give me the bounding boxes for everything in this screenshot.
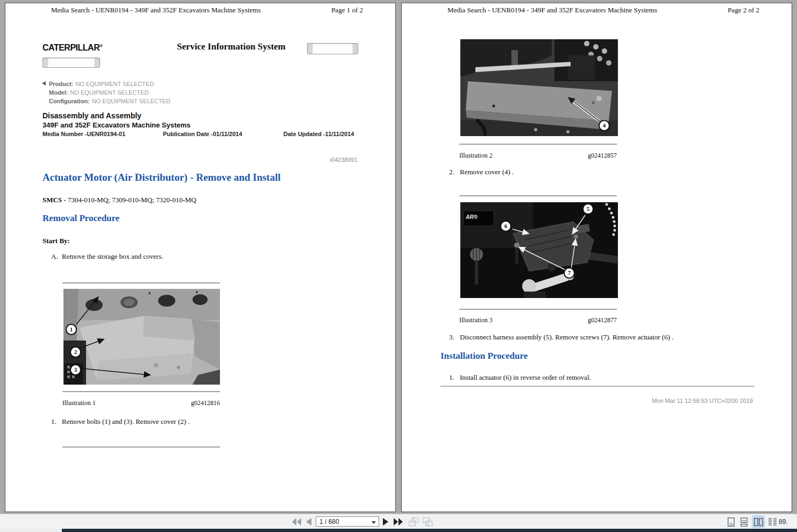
- step-3: 3.Disconnect harness assembly (5). Remov…: [449, 333, 673, 342]
- page2-header-page-label: Page 2 of 2: [728, 6, 759, 15]
- install-step-1: 1.Install actuator (6) in reverse order …: [449, 373, 591, 382]
- divider: [459, 195, 617, 196]
- illustration-1-photo: 1 2 3: [63, 289, 220, 385]
- media-number: Media Number -UENR0194-01: [42, 131, 125, 137]
- step-1-text: Remove bolts (1) and (3). Remove cover (…: [62, 417, 190, 425]
- layout-facing-continuous-button[interactable]: [767, 514, 778, 529]
- removal-procedure-heading: Removal Procedure: [42, 213, 119, 224]
- taskbar-edge-light: [0, 529, 62, 532]
- illustration-2-photo: 4: [460, 39, 618, 136]
- illustration-3-photo: AR® 5 6 7: [460, 202, 618, 298]
- configuration-value: NO EQUIPMENT SELECTED: [92, 98, 170, 104]
- smcs-codes: - 7304-010-MQ; 7309-010-MQ; 7320-010-MQ: [62, 196, 196, 204]
- callout-5: 5: [582, 203, 594, 215]
- left-arrow-icon: [306, 518, 311, 526]
- next-page-button[interactable]: [382, 514, 389, 529]
- model-row: Model:NO EQUIPMENT SELECTED: [49, 89, 148, 96]
- doc-subtitle: 349F and 352F Excavators Machine Systems: [42, 121, 190, 129]
- divider: [62, 282, 220, 283]
- viewer-toolbar: 89.: [0, 514, 797, 529]
- step-a: A.Remove the storage box and covers.: [51, 252, 163, 261]
- step-2: 2.Remove cover (4) .: [449, 168, 514, 176]
- illustration-3-caption: Illustration 3 g02412877: [459, 316, 617, 324]
- layout-single-page-button[interactable]: [726, 514, 736, 529]
- divider: [459, 144, 617, 145]
- facing-pages-icon: [754, 518, 763, 526]
- callout-2: 2: [70, 346, 81, 358]
- previous-view-button[interactable]: [408, 514, 419, 529]
- collapse-arrow-icon[interactable]: [42, 81, 46, 86]
- illustration-2-caption: Illustration 2 g02412857: [459, 152, 617, 160]
- illustration-2-label: Illustration 2: [459, 152, 493, 160]
- taskbar-edge: [0, 529, 797, 532]
- registered-mark: ®: [99, 44, 102, 48]
- product-label: Product:: [49, 81, 73, 87]
- divider: [62, 391, 220, 392]
- dropdown-caret-icon[interactable]: [372, 521, 376, 524]
- continuous-page-icon: [741, 517, 748, 527]
- cover-graphic: [460, 39, 618, 136]
- right-arrow-icon: [383, 518, 388, 526]
- double-left-arrow-icon: [292, 518, 302, 526]
- photo-sticker-text: AR®: [466, 214, 478, 220]
- product-value: NO EQUIPMENT SELECTED: [75, 81, 154, 87]
- page-number-field[interactable]: [316, 516, 379, 527]
- illustration-1-label: Illustration 1: [62, 399, 96, 407]
- page2-header-title: Media Search - UENR0194 - 349F and 352F …: [402, 6, 703, 15]
- illustration-1-gcode: g02412816: [191, 399, 220, 407]
- facing-continuous-icon: [768, 517, 777, 526]
- date-updated: Date Updated -11/11/2014: [283, 131, 354, 137]
- doc-title: Disassembly and Assembly: [42, 111, 141, 120]
- document-canvas: Media Search - UENR0194 - 349F and 352F …: [0, 0, 797, 514]
- next-view-button[interactable]: [422, 514, 433, 529]
- step-1: 1.Remove bolts (1) and (3). Remove cover…: [51, 417, 190, 426]
- equipment-select[interactable]: [42, 58, 100, 68]
- step-2-number: 2.: [449, 168, 460, 176]
- product-row: Product:NO EQUIPMENT SELECTED: [49, 81, 154, 87]
- callout-3: 3: [70, 364, 81, 375]
- page-number-input[interactable]: [316, 517, 379, 526]
- layout-facing-button[interactable]: [753, 514, 764, 529]
- caterpillar-logo-text: CATERPILLAR: [42, 43, 99, 52]
- illustration-1-caption: Illustration 1 g02412816: [62, 399, 220, 407]
- page1-header-page-label: Page 1 of 2: [331, 6, 363, 15]
- step-3-number: 3.: [449, 333, 460, 342]
- publication-date: Publication Date -01/11/2014: [163, 131, 242, 137]
- caterpillar-logo: CATERPILLAR®: [42, 43, 103, 53]
- next-view-icon: [423, 517, 433, 527]
- single-page-icon: [728, 517, 735, 527]
- callout-1: 1: [66, 324, 77, 335]
- render-timestamp: Mon Mar 11 12:58:53 UTC+0200 2019: [652, 398, 753, 404]
- storage-box-graphic: [63, 289, 220, 385]
- start-by-label: Start By:: [42, 237, 70, 245]
- callout-7: 7: [564, 267, 575, 279]
- step-a-number: A.: [51, 252, 62, 261]
- zoom-level-text: 89.: [779, 518, 788, 526]
- previous-view-icon: [409, 517, 419, 527]
- model-label: Model:: [49, 89, 68, 96]
- header-select[interactable]: [307, 43, 358, 54]
- step-1-number: 1.: [51, 417, 62, 426]
- layout-continuous-button[interactable]: [739, 514, 749, 529]
- last-page-button[interactable]: [393, 514, 404, 529]
- page1-header-title: Media Search - UENR0194 - 349F and 352F …: [5, 6, 307, 15]
- page-1: Media Search - UENR0194 - 349F and 352F …: [5, 3, 396, 512]
- double-right-arrow-icon: [394, 518, 403, 526]
- step-a-text: Remove the storage box and covers.: [62, 252, 163, 260]
- callout-6: 6: [500, 221, 511, 232]
- smcs-label: SMCS: [42, 196, 62, 204]
- previous-page-button[interactable]: [305, 514, 312, 529]
- page-2: Media Search - UENR0194 - 349F and 352F …: [401, 3, 792, 512]
- installation-procedure-heading: Installation Procedure: [440, 351, 528, 361]
- configuration-label: Configuration:: [49, 98, 90, 104]
- illustration-2-gcode: g02412857: [588, 152, 617, 160]
- configuration-row: Configuration:NO EQUIPMENT SELECTED: [49, 98, 170, 104]
- divider: [459, 309, 617, 310]
- document-id: i04238991: [330, 157, 358, 163]
- actuator-graphic: [460, 202, 618, 298]
- first-page-button[interactable]: [291, 514, 302, 529]
- divider: [62, 446, 220, 448]
- illustration-3-gcode: g02412877: [588, 316, 617, 324]
- callout-4: 4: [599, 120, 610, 131]
- sis-title: Service Information System: [129, 41, 333, 52]
